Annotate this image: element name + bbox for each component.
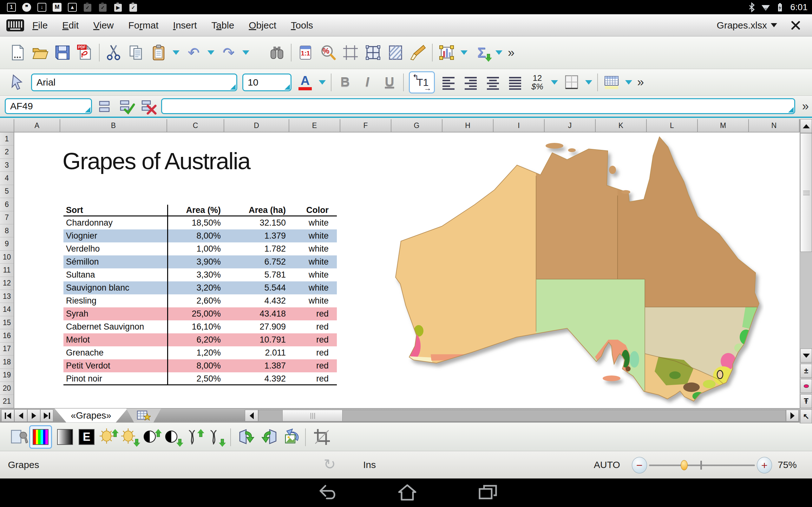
- hangouts-notification-icon[interactable]: ❞: [21, 2, 32, 12]
- paste-icon[interactable]: [150, 44, 167, 61]
- row-header[interactable]: 15: [0, 316, 14, 329]
- align-right-icon[interactable]: [462, 74, 479, 91]
- download-notification-icon[interactable]: ↓: [37, 2, 47, 12]
- cell-borders-dropdown-icon[interactable]: [585, 80, 592, 84]
- zoom-out-button[interactable]: −: [632, 457, 647, 473]
- gallery-notification-icon[interactable]: ▴: [67, 2, 78, 12]
- row-header[interactable]: 7: [0, 211, 14, 224]
- cell-color[interactable]: white: [287, 294, 337, 307]
- number-format-dropdown-icon[interactable]: [551, 80, 558, 84]
- menu-item[interactable]: Tools: [291, 20, 313, 31]
- row-header[interactable]: 11: [0, 264, 14, 277]
- row-header[interactable]: 21: [0, 395, 14, 408]
- highlight-marker-button[interactable]: [800, 379, 812, 393]
- paste-dropdown-icon[interactable]: [172, 50, 180, 55]
- cell-sort[interactable]: Sultana: [63, 268, 167, 281]
- cell-sort[interactable]: Grenache: [63, 346, 167, 359]
- header-sort[interactable]: Sort: [63, 205, 167, 216]
- table-row[interactable]: Verdelho 1,00% 1.782 white: [63, 242, 337, 256]
- cell-area-pct[interactable]: 18,50%: [167, 216, 222, 229]
- blackwhite-mode-icon[interactable]: E: [78, 428, 96, 446]
- cell-sort[interactable]: Petit Verdot: [63, 359, 167, 372]
- cell-area-ha[interactable]: 2.011: [222, 346, 287, 359]
- brightness-up-icon[interactable]: [99, 428, 117, 446]
- cell-area-ha[interactable]: 5.781: [222, 268, 287, 281]
- cell-color[interactable]: white: [287, 268, 337, 281]
- table-header-row[interactable]: Sort Area (%) Area (ha) Color: [63, 205, 337, 216]
- cell-borders-icon[interactable]: [563, 74, 580, 91]
- selection-mode-button[interactable]: ↖: [800, 409, 812, 424]
- rotate-left-icon[interactable]: [260, 428, 278, 446]
- font-name-combo[interactable]: Arial: [31, 73, 237, 91]
- zoom-slider-track[interactable]: [649, 464, 755, 466]
- column-header[interactable]: E: [289, 119, 340, 132]
- redo-icon[interactable]: ↷: [220, 44, 237, 61]
- row-header[interactable]: 9: [0, 237, 14, 250]
- column-header[interactable]: C: [167, 119, 224, 132]
- toolbar-overflow-chevron[interactable]: »: [637, 75, 644, 89]
- column-header[interactable]: K: [596, 119, 647, 132]
- table-row[interactable]: Chardonnay 18,50% 32.150 white: [63, 216, 337, 229]
- column-header[interactable]: N: [749, 119, 800, 132]
- last-sheet-button[interactable]: [40, 409, 53, 422]
- column-header[interactable]: H: [443, 119, 494, 132]
- row-header[interactable]: 18: [0, 355, 14, 369]
- contrast-up-icon[interactable]: [142, 428, 160, 446]
- sheet-title-text[interactable]: Grapes of Australia: [62, 148, 250, 175]
- column-header[interactable]: M: [698, 119, 749, 132]
- text-rotation-toggle[interactable]: ↰ T1 →: [409, 71, 435, 94]
- cursor-pointer-icon[interactable]: [9, 74, 26, 91]
- align-center-icon[interactable]: [484, 74, 502, 91]
- column-header[interactable]: J: [545, 119, 596, 132]
- column-header[interactable]: F: [340, 119, 392, 132]
- cell-sort[interactable]: Viognier: [63, 229, 167, 242]
- align-left-icon[interactable]: [440, 74, 457, 91]
- cell-area-pct[interactable]: 3,20%: [167, 281, 222, 294]
- row-header[interactable]: 5: [0, 185, 14, 198]
- cell-color[interactable]: red: [287, 307, 337, 320]
- chart-object-icon[interactable]: [438, 44, 455, 61]
- cell-name-box[interactable]: AF49: [5, 98, 92, 114]
- table-row[interactable]: Petit Verdot 8,00% 1.387 red: [63, 359, 337, 372]
- brightness-down-icon[interactable]: [120, 428, 139, 446]
- header-color[interactable]: Color: [287, 205, 337, 216]
- cell-area-ha[interactable]: 4.392: [222, 372, 287, 385]
- find-binoculars-icon[interactable]: [268, 44, 286, 61]
- cell-color[interactable]: white: [287, 281, 337, 294]
- formula-equals-icon[interactable]: [96, 98, 113, 115]
- cell-area-ha[interactable]: 32.150: [222, 216, 287, 229]
- table-style-icon[interactable]: [603, 74, 620, 91]
- clipboard-check-icon[interactable]: ✓: [128, 2, 138, 12]
- cancel-entry-icon[interactable]: [140, 98, 157, 115]
- cell-area-pct[interactable]: 3,30%: [167, 268, 222, 281]
- cell-sort[interactable]: Merlot: [63, 333, 167, 346]
- horizontal-scroll-thumb[interactable]: [282, 410, 343, 421]
- header-area-ha[interactable]: Area (ha): [222, 205, 287, 216]
- merge-cells-icon[interactable]: [364, 44, 382, 61]
- recents-button-icon[interactable]: [478, 483, 498, 502]
- table-row[interactable]: Sauvignon blanc 3,20% 5.544 white: [63, 281, 337, 294]
- table-row[interactable]: Riesling 2,60% 4.432 white: [63, 294, 337, 307]
- gmail-notification-icon[interactable]: M: [52, 2, 62, 12]
- scroll-down-button[interactable]: [800, 349, 812, 362]
- cell-area-ha[interactable]: 6.752: [222, 256, 287, 268]
- table-row[interactable]: Merlot 6,20% 10.791 red: [63, 333, 337, 346]
- next-sheet-button[interactable]: [27, 409, 40, 422]
- export-pdf-icon[interactable]: PDF: [77, 44, 94, 61]
- redo-dropdown-icon[interactable]: [242, 50, 249, 55]
- table-row[interactable]: Viognier 8,00% 1.379 white: [63, 229, 337, 242]
- cell-area-ha[interactable]: 27.909: [222, 320, 287, 333]
- cell-sort[interactable]: Sémillon: [63, 256, 167, 268]
- menu-item[interactable]: Object: [249, 20, 276, 31]
- back-button-icon[interactable]: [317, 483, 338, 502]
- cell-sort[interactable]: Cabernet Sauvignon: [63, 320, 167, 333]
- cell-color[interactable]: red: [287, 359, 337, 372]
- row-header[interactable]: 4: [0, 172, 14, 185]
- freeze-panes-button[interactable]: Ŧ: [800, 394, 812, 408]
- row-header[interactable]: 17: [0, 343, 14, 355]
- cell-area-pct[interactable]: 6,20%: [167, 333, 222, 346]
- vertical-scrollbar[interactable]: ± Ŧ ↖: [800, 119, 812, 424]
- cell-color[interactable]: red: [287, 320, 337, 333]
- rotate-right-icon[interactable]: [237, 428, 256, 446]
- cell-color[interactable]: red: [287, 372, 337, 385]
